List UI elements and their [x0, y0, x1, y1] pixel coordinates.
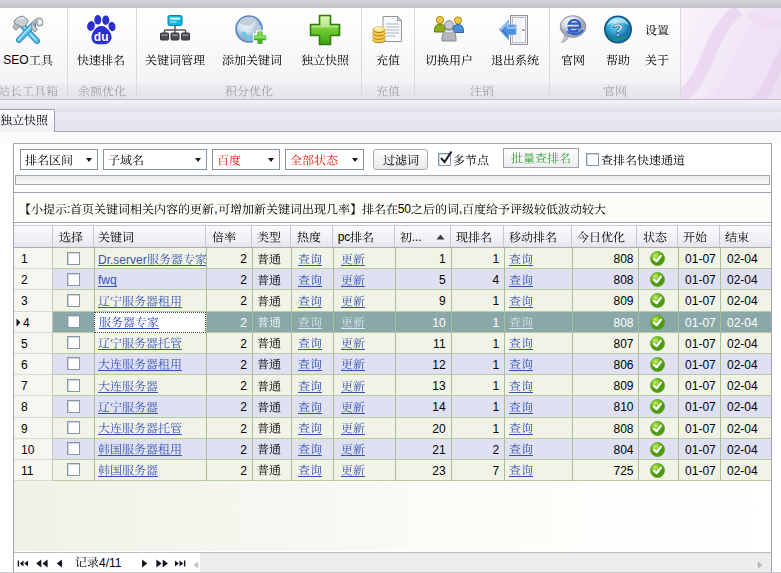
svg-text:du: du: [94, 30, 109, 44]
svg-text:?: ?: [613, 21, 623, 40]
